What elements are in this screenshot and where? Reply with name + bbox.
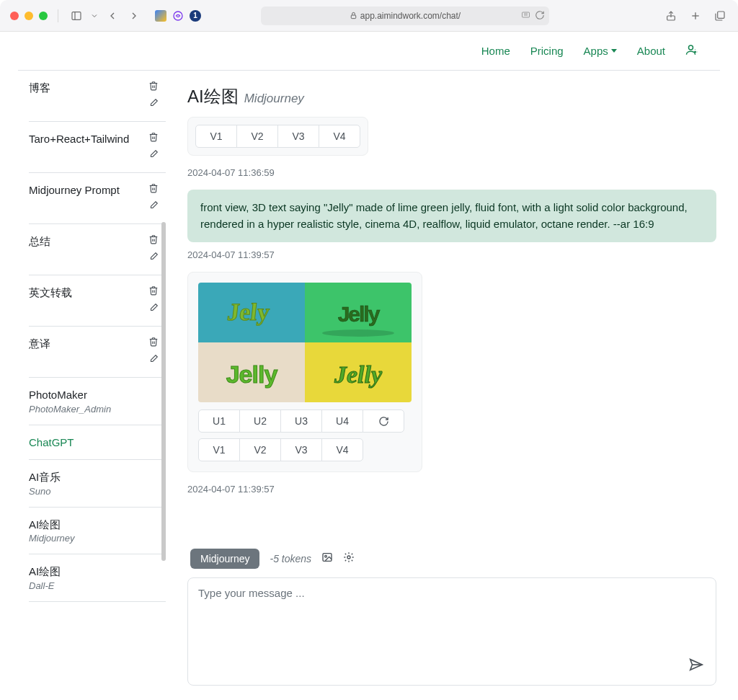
sidebar-toggle-icon[interactable]: [68, 8, 84, 24]
send-button[interactable]: [688, 657, 704, 675]
edit-icon[interactable]: [148, 354, 159, 367]
svg-text:Jelly: Jelly: [334, 361, 383, 388]
sidebar-item-subtitle: Suno: [29, 486, 61, 497]
variation-buttons-block: V1V2V3V4: [187, 117, 368, 156]
sidebar-item-title: PhotoMaker: [29, 388, 111, 402]
u3-button[interactable]: U3: [280, 409, 322, 433]
edit-icon[interactable]: [148, 200, 159, 213]
nav-back-icon[interactable]: [105, 8, 120, 24]
nav-about[interactable]: About: [637, 45, 665, 57]
edit-icon[interactable]: [148, 149, 159, 162]
close-window[interactable]: [10, 12, 19, 20]
minimize-window[interactable]: [25, 12, 33, 20]
tabs-icon[interactable]: [712, 8, 728, 24]
v2-button[interactable]: V2: [236, 125, 278, 148]
sidebar-item[interactable]: ChatGPT: [29, 425, 166, 461]
edit-icon[interactable]: [148, 303, 159, 316]
sidebar-item-title: 总结: [29, 234, 50, 249]
timestamp: 2024-04-07 11:39:57: [187, 249, 716, 260]
reader-icon[interactable]: [520, 11, 532, 19]
u2-button[interactable]: U2: [239, 409, 281, 433]
trash-icon[interactable]: [148, 132, 159, 145]
sidebar-item[interactable]: Taro+React+Tailwind: [29, 122, 166, 173]
svg-rect-10: [718, 12, 724, 18]
scrollbar[interactable]: [161, 222, 166, 561]
chevron-down-icon: [611, 49, 617, 53]
sidebar-item[interactable]: AI绘图Dall-E: [29, 554, 166, 602]
user-message: front view, 3D text saying "Jelly" made …: [187, 190, 716, 242]
variation-row: V1V2V3V4: [198, 438, 412, 461]
sidebar-item-title: Midjourney Prompt: [29, 183, 120, 198]
user-icon[interactable]: [685, 43, 698, 59]
trash-icon[interactable]: [148, 81, 159, 94]
reroll-button[interactable]: [363, 409, 404, 433]
sidebar-item[interactable]: AI音乐Suno: [29, 460, 166, 508]
image-icon[interactable]: [321, 551, 333, 566]
sidebar-item-title: 博客: [29, 81, 50, 95]
trash-icon[interactable]: [148, 285, 159, 298]
chat-header: AI绘图 Midjourney: [187, 85, 716, 108]
svg-point-2: [174, 12, 182, 20]
trash-icon[interactable]: [148, 337, 159, 350]
extension-icon-1[interactable]: [155, 10, 166, 22]
send-icon: [688, 657, 704, 673]
timestamp: 2024-04-07 11:39:57: [187, 484, 716, 495]
timestamp: 2024-04-07 11:36:59: [187, 167, 716, 178]
window-controls: [10, 12, 48, 20]
model-tag[interactable]: Midjourney: [190, 549, 259, 569]
gear-icon[interactable]: [343, 551, 355, 566]
edit-icon[interactable]: [148, 98, 159, 111]
chat-subtitle: Midjourney: [244, 92, 304, 106]
extensions: 1: [155, 10, 201, 22]
url-bar[interactable]: app.aimindwork.com/chat/: [261, 6, 549, 25]
u4-button[interactable]: U4: [321, 409, 363, 433]
svg-point-19: [325, 555, 327, 557]
variation-row: V1V2V3V4: [195, 125, 360, 148]
extension-icon-3[interactable]: 1: [190, 10, 201, 22]
v1-button[interactable]: V1: [195, 125, 237, 148]
refresh-icon[interactable]: [535, 10, 545, 20]
sidebar-item[interactable]: 博客: [29, 71, 166, 122]
u1-button[interactable]: U1: [198, 409, 240, 433]
sidebar-item-title: ChatGPT: [29, 435, 74, 450]
svg-point-20: [347, 556, 350, 559]
nav-pricing[interactable]: Pricing: [530, 45, 564, 57]
svg-rect-3: [351, 15, 355, 19]
v2-button[interactable]: V2: [239, 438, 281, 461]
sidebar-item[interactable]: 英文转载: [29, 275, 166, 327]
svg-rect-4: [523, 12, 530, 17]
sidebar-item-subtitle: Midjourney: [29, 533, 75, 544]
sidebar-item-subtitle: Dall-E: [29, 580, 61, 591]
trash-icon[interactable]: [148, 183, 159, 196]
new-tab-icon[interactable]: [688, 8, 703, 24]
chat-title: AI绘图: [187, 85, 239, 108]
sidebar-item[interactable]: Midjourney Prompt: [29, 173, 166, 224]
trash-icon[interactable]: [148, 234, 159, 247]
message-input[interactable]: [198, 587, 706, 659]
sidebar-item-title: AI绘图: [29, 518, 75, 532]
extension-icon-2[interactable]: [172, 10, 184, 22]
nav-home[interactable]: Home: [481, 45, 510, 57]
v4-button[interactable]: V4: [319, 125, 360, 148]
maximize-window[interactable]: [39, 12, 48, 20]
chevron-down-icon[interactable]: [90, 8, 99, 24]
share-icon[interactable]: [663, 8, 679, 24]
generated-image-grid[interactable]: Jely Jelly Jelly Jelly: [198, 283, 412, 402]
edit-icon[interactable]: [148, 252, 159, 265]
v3-button[interactable]: V3: [280, 438, 322, 461]
sidebar-item[interactable]: 意译: [29, 327, 166, 378]
v3-button[interactable]: V3: [277, 125, 319, 148]
svg-point-12: [695, 51, 696, 53]
sidebar-item[interactable]: PhotoMakerPhotoMaker_Admin: [29, 378, 166, 425]
sidebar-item[interactable]: AI绘图Midjourney: [29, 508, 166, 555]
v1-button[interactable]: V1: [198, 438, 240, 461]
svg-text:Jely: Jely: [226, 298, 271, 325]
v4-button[interactable]: V4: [321, 438, 363, 461]
sidebar-item-title: AI绘图: [29, 564, 61, 579]
nav-apps[interactable]: Apps: [584, 45, 617, 57]
nav-forward-icon[interactable]: [126, 8, 142, 24]
sidebar-item[interactable]: 总结: [29, 224, 166, 275]
url-text: app.aimindwork.com/chat/: [360, 11, 461, 21]
svg-point-15: [322, 329, 394, 337]
svg-point-11: [689, 45, 693, 50]
